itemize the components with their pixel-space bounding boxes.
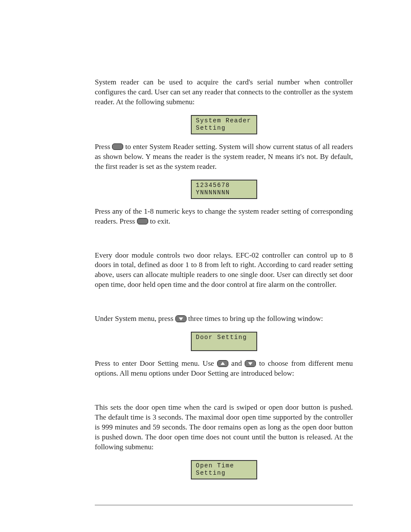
text-fragment: Press any of the 1-8 numeric keys to cha… bbox=[95, 207, 353, 225]
paragraph-door-module-intro: Every door module controls two door rela… bbox=[95, 251, 353, 290]
lcd-line bbox=[196, 342, 252, 349]
text-fragment: three times to bring up the following wi… bbox=[187, 314, 323, 323]
lcd-system-reader-setting: System Reader Setting bbox=[95, 115, 353, 134]
up-arrow-button-icon bbox=[217, 360, 228, 367]
exit-button-icon bbox=[137, 218, 148, 224]
paragraph-press-numeric-exit: Press any of the 1-8 numeric keys to cha… bbox=[95, 207, 353, 227]
footer-divider bbox=[95, 505, 353, 505]
down-arrow-button-icon bbox=[245, 360, 256, 367]
lcd-door-setting: Door Setting bbox=[95, 332, 353, 351]
text-fragment: Under System menu, press bbox=[95, 314, 175, 323]
paragraph-press-enter-door-setting: Press to enter Door Setting menu. Use an… bbox=[95, 359, 353, 379]
text-fragment: to enter System Reader setting. System w… bbox=[95, 143, 353, 171]
section-gap bbox=[95, 298, 353, 314]
paragraph-under-system-menu: Under System menu, press three times to … bbox=[95, 314, 353, 324]
lcd-screen: Door Setting bbox=[191, 332, 257, 351]
paragraph-press-enter-system-reader: Press to enter System Reader setting. Sy… bbox=[95, 142, 353, 172]
document-page: System reader can be used to acquire the… bbox=[0, 0, 411, 532]
lcd-screen: 12345678 YNNNNNNN bbox=[191, 180, 257, 199]
lcd-screen: System Reader Setting bbox=[191, 115, 257, 134]
text-fragment: Press bbox=[95, 143, 112, 151]
lcd-line: Door Setting bbox=[196, 334, 252, 342]
lcd-line: Open Time bbox=[196, 462, 252, 470]
enter-button-icon bbox=[112, 143, 123, 150]
text-fragment: and bbox=[228, 359, 245, 367]
paragraph-door-open-time: This sets the door open time when the ca… bbox=[95, 403, 353, 452]
lcd-line: Setting bbox=[196, 470, 252, 477]
lcd-reader-status: 12345678 YNNNNNNN bbox=[95, 180, 353, 199]
lcd-line: System Reader bbox=[196, 117, 252, 125]
lcd-line: 12345678 bbox=[196, 182, 252, 190]
paragraph-system-reader-intro: System reader can be used to acquire the… bbox=[95, 78, 353, 107]
section-gap bbox=[95, 234, 353, 251]
section-gap bbox=[95, 386, 353, 403]
text-fragment: to exit. bbox=[148, 217, 170, 225]
lcd-line: YNNNNNNN bbox=[196, 189, 252, 197]
down-arrow-button-icon bbox=[175, 315, 187, 322]
lcd-screen: Open Time Setting bbox=[191, 460, 257, 479]
lcd-open-time-setting: Open Time Setting bbox=[95, 460, 353, 479]
lcd-line: Setting bbox=[196, 124, 252, 132]
text-fragment: Press to enter Door Setting menu. Use bbox=[95, 359, 217, 367]
